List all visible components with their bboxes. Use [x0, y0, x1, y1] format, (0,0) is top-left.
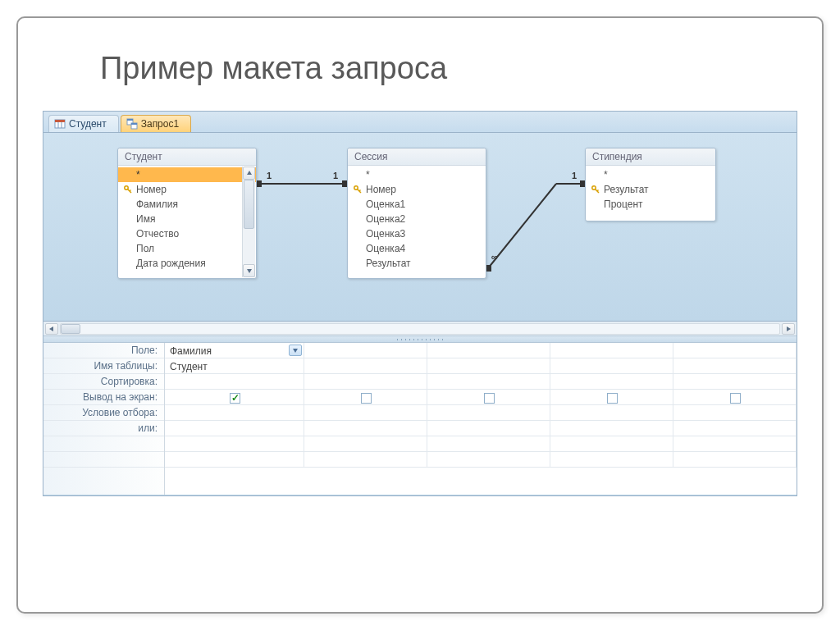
cell-value: Студент	[170, 361, 208, 372]
grid-row-labels: Поле: Имя таблицы: Сортировка: Вывод на …	[43, 343, 165, 495]
grid-cell[interactable]	[550, 374, 673, 389]
relationship-diagram[interactable]: Студент * Номер Фамилия Имя Отчество Пол…	[43, 133, 797, 322]
svg-marker-12	[247, 269, 252, 273]
grid-cell[interactable]	[673, 405, 797, 420]
grid-cell-criteria[interactable]	[165, 405, 304, 420]
query-icon	[126, 118, 138, 130]
grid-cell[interactable]	[673, 452, 797, 467]
field-row[interactable]: Номер	[348, 182, 486, 197]
field-row[interactable]: Фамилия	[118, 197, 256, 212]
tab-label: Студент	[69, 118, 107, 130]
field-row[interactable]: *	[118, 167, 256, 182]
grid-cell[interactable]	[304, 421, 427, 436]
grid-cell[interactable]	[673, 358, 797, 373]
grid-cell[interactable]	[304, 374, 427, 389]
table-header: Сессия	[348, 148, 486, 166]
vertical-scrollbar[interactable]	[242, 167, 255, 277]
field-row[interactable]: Процент	[586, 197, 715, 212]
grid-cell[interactable]	[550, 436, 673, 451]
svg-rect-7	[131, 123, 137, 125]
tab-student[interactable]: Студент	[48, 115, 119, 132]
table-session[interactable]: Сессия * Номер Оценка1 Оценка2 Оценка3 О…	[347, 148, 486, 279]
field-row[interactable]: Оценка1	[348, 197, 486, 212]
pane-splitter[interactable]	[43, 336, 797, 343]
field-row[interactable]: Пол	[118, 241, 256, 256]
grid-cell[interactable]	[165, 436, 304, 451]
grid-cell[interactable]	[427, 343, 550, 358]
grid-cell[interactable]	[304, 405, 427, 420]
svg-line-22	[488, 184, 556, 268]
grid-cell[interactable]	[550, 421, 673, 436]
field-row[interactable]: Оценка3	[348, 226, 486, 241]
relation-cardinality: 1	[572, 171, 577, 180]
show-checkbox[interactable]	[484, 393, 495, 404]
grid-cell[interactable]	[304, 358, 427, 373]
table-header: Студент	[118, 148, 256, 166]
scroll-up-button[interactable]	[243, 167, 255, 180]
field-row[interactable]: Результат	[586, 182, 715, 197]
field-list: * Номер Фамилия Имя Отчество Пол Дата ро…	[118, 166, 256, 272]
field-row[interactable]: Отчество	[118, 226, 256, 241]
grid-cell-show[interactable]	[165, 390, 304, 404]
grid-cell-show[interactable]	[673, 390, 797, 404]
svg-rect-24	[486, 265, 491, 272]
show-checkbox[interactable]	[730, 393, 741, 404]
show-checkbox[interactable]	[607, 393, 618, 404]
show-checkbox[interactable]	[230, 393, 240, 404]
field-row[interactable]: Имя	[118, 212, 256, 226]
scroll-thumb[interactable]	[244, 180, 254, 229]
grid-cell[interactable]	[673, 374, 797, 389]
scroll-left-button[interactable]	[45, 323, 58, 335]
row-label-criteria: Условие отбора:	[43, 405, 164, 421]
scroll-track[interactable]	[60, 323, 780, 335]
grid-cell[interactable]	[427, 436, 550, 451]
field-row[interactable]: *	[586, 167, 715, 182]
grid-cell-show[interactable]	[550, 390, 673, 404]
grid-cell[interactable]	[550, 405, 673, 420]
table-student[interactable]: Студент * Номер Фамилия Имя Отчество Пол…	[117, 148, 257, 279]
horizontal-scrollbar[interactable]	[43, 322, 797, 336]
tab-query1[interactable]: Запрос1	[121, 115, 191, 132]
grid-cell[interactable]	[673, 436, 797, 451]
query-design-grid: Поле: Имя таблицы: Сортировка: Вывод на …	[43, 343, 797, 495]
grid-cell[interactable]	[550, 452, 673, 467]
grid-cell[interactable]	[427, 374, 550, 389]
grid-cell[interactable]	[427, 421, 550, 436]
field-row[interactable]: Дата рождения	[118, 256, 256, 271]
dropdown-button[interactable]	[289, 345, 302, 356]
grid-cell-sort[interactable]	[165, 374, 304, 389]
grid-cell-or[interactable]	[165, 421, 304, 436]
field-row[interactable]: Оценка2	[348, 212, 486, 226]
grid-cell[interactable]	[304, 343, 427, 358]
field-row[interactable]: Номер	[118, 182, 256, 197]
svg-marker-11	[247, 171, 252, 175]
grid-cell[interactable]	[550, 358, 673, 373]
grid-cell[interactable]	[673, 343, 797, 358]
grid-cell-show[interactable]	[427, 390, 550, 404]
field-row[interactable]: Результат	[348, 256, 486, 271]
row-label-empty	[43, 452, 164, 468]
show-checkbox[interactable]	[361, 393, 372, 404]
grid-cell[interactable]	[304, 452, 427, 467]
grid-cell-show[interactable]	[304, 390, 427, 404]
grid-cell[interactable]	[304, 436, 427, 451]
table-stipend[interactable]: Стипендия * Результат Процент	[585, 148, 716, 221]
grid-cell-field[interactable]: Фамилия	[165, 343, 304, 358]
grid-cell-table[interactable]: Студент	[165, 358, 304, 373]
grid-cell[interactable]	[673, 421, 797, 436]
table-header: Стипендия	[586, 148, 715, 166]
slide-title: Пример макета запроса	[100, 51, 797, 86]
grid-cell[interactable]	[427, 358, 550, 373]
grid-cell[interactable]	[427, 405, 550, 420]
grid-cell[interactable]	[550, 343, 673, 358]
svg-line-10	[130, 190, 131, 192]
scroll-down-button[interactable]	[243, 264, 255, 277]
scroll-right-button[interactable]	[782, 323, 795, 335]
cell-value: Фамилия	[170, 345, 212, 357]
grid-cell[interactable]	[427, 452, 550, 467]
field-row[interactable]: *	[348, 167, 486, 182]
field-row[interactable]: Оценка4	[348, 241, 486, 256]
scroll-thumb[interactable]	[61, 324, 80, 334]
scroll-track[interactable]	[243, 180, 255, 264]
grid-cell[interactable]	[165, 452, 304, 467]
